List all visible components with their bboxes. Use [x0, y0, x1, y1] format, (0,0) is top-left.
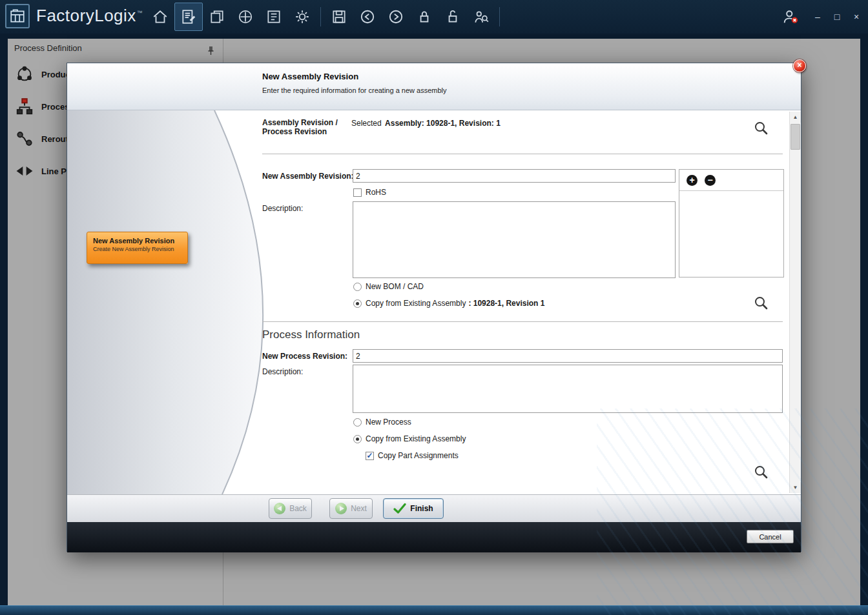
templates-button[interactable]	[203, 3, 231, 31]
reports-icon	[265, 8, 282, 25]
sidebar-item-label: Line Pr	[41, 166, 70, 176]
scroll-up-icon[interactable]: ▲	[790, 112, 801, 123]
user-session-button[interactable]	[776, 3, 805, 31]
home-button[interactable]	[146, 3, 174, 31]
dialog-title: New Assembly Revision	[262, 72, 358, 81]
back-arrow-icon	[274, 503, 285, 514]
main-toolbar	[146, 3, 504, 31]
new-process-revision-label: New Process Revision:	[262, 352, 347, 361]
app-name-text: FactoryLogix	[36, 6, 136, 25]
copy-existing-assembly-radio-row[interactable]: Copy from Existing Assembly : 10928-1, R…	[353, 299, 544, 308]
close-window-button[interactable]: ×	[850, 0, 863, 34]
scroll-down-icon[interactable]: ▼	[790, 482, 801, 493]
new-process-revision-input[interactable]	[353, 349, 783, 363]
dialog-subtitle: Enter the required information for creat…	[262, 86, 447, 94]
new-process-radio[interactable]	[353, 418, 362, 427]
close-icon: ×	[797, 61, 801, 70]
unlock-button[interactable]	[439, 3, 467, 31]
user-search-button[interactable]	[467, 3, 495, 31]
lock-button[interactable]	[410, 3, 439, 31]
titlebar-right: – □ ×	[776, 0, 863, 34]
rohs-label: RoHS	[366, 188, 386, 197]
maximize-button[interactable]: □	[831, 0, 843, 34]
toolbar-separator	[320, 7, 321, 26]
window-bottom-edge	[0, 605, 868, 615]
new-process-radio-row[interactable]: New Process	[353, 418, 411, 427]
finish-check-icon	[393, 503, 406, 514]
process-definition-button[interactable]	[174, 3, 203, 31]
process-description-textarea[interactable]	[353, 365, 783, 413]
search-assembly-icon[interactable]	[754, 121, 769, 136]
titlebar: FactoryLogix™	[0, 0, 868, 34]
minimize-button[interactable]: –	[811, 0, 824, 34]
new-bom-cad-radio[interactable]	[353, 283, 362, 291]
new-bom-cad-radio-row[interactable]: New BOM / CAD	[353, 282, 424, 291]
application-window: FactoryLogix™	[0, 0, 868, 615]
copy-process-radio-row[interactable]: Copy from Existing Assembly	[353, 434, 466, 443]
settings-icon	[294, 8, 311, 25]
copy-existing-assembly-value: : 10928-1, Revision 1	[468, 299, 544, 308]
settings-button[interactable]	[288, 3, 316, 31]
navigator-button[interactable]	[231, 3, 260, 31]
add-icon[interactable]: +	[687, 175, 698, 186]
rohs-checkbox[interactable]	[353, 188, 362, 197]
app-logo-icon	[5, 4, 30, 28]
assembly-revision-label: Assembly Revision / Process Revision	[262, 118, 338, 136]
toolbar-separator	[499, 7, 500, 26]
pin-icon[interactable]	[207, 43, 215, 63]
selected-assembly-text: Selected Assembly: 10928-1, Revision: 1	[351, 119, 501, 128]
home-icon	[152, 8, 169, 25]
save-button[interactable]	[325, 3, 353, 31]
panel-header: Process Definition	[8, 39, 223, 58]
wizard-back-button[interactable]: Back	[269, 498, 312, 519]
wizard-finish-button[interactable]: Finish	[383, 498, 444, 519]
navigator-icon	[237, 8, 254, 25]
copy-part-assignments-row[interactable]: ✓ Copy Part Assignments	[366, 451, 459, 460]
search-copy-assembly-icon[interactable]	[754, 296, 769, 311]
reroute-icon	[14, 128, 36, 150]
process-information-heading: Process Information	[262, 328, 360, 341]
wizard-side-panel	[67, 110, 326, 494]
cancel-button[interactable]: Cancel	[747, 530, 794, 543]
sidebar-item-label: Proces	[41, 102, 69, 112]
processes-icon	[14, 96, 36, 117]
assembly-list-toolbar: + −	[679, 170, 783, 191]
description-label: Description:	[262, 204, 303, 213]
process-description-label: Description:	[262, 367, 303, 376]
scrollbar-thumb[interactable]	[790, 124, 800, 150]
forward-icon	[388, 8, 404, 25]
templates-icon	[209, 8, 225, 25]
new-bom-cad-label: New BOM / CAD	[366, 282, 424, 291]
trademark: ™	[137, 10, 143, 16]
section-divider	[262, 321, 783, 322]
vertical-scrollbar[interactable]: ▲ ▼	[789, 112, 800, 493]
app-name: FactoryLogix™	[36, 6, 143, 26]
back-button[interactable]	[353, 3, 382, 31]
wizard-next-button[interactable]: Next	[329, 498, 373, 519]
wizard-step-current: New Assembly Revision Create New Assembl…	[87, 232, 188, 264]
new-assembly-revision-label: New Assembly Revision:	[262, 172, 354, 181]
copy-part-assignments-checkbox[interactable]: ✓	[366, 452, 374, 460]
section-divider	[262, 154, 783, 154]
copy-existing-assembly-radio[interactable]	[353, 299, 362, 308]
dialog-body: New Assembly Revision Create New Assembl…	[67, 110, 801, 494]
process-definition-icon	[180, 8, 197, 25]
wizard-step-subtitle: Create New Assembly Revision	[87, 246, 187, 252]
products-icon	[14, 63, 36, 85]
new-process-label: New Process	[366, 418, 411, 427]
lock-icon	[416, 8, 433, 25]
search-process-icon[interactable]	[754, 465, 769, 480]
dialog-close-button[interactable]: ×	[793, 59, 806, 72]
remove-icon[interactable]: −	[705, 175, 716, 186]
rohs-checkbox-row[interactable]: RoHS	[353, 188, 386, 197]
new-assembly-revision-input[interactable]	[353, 169, 676, 183]
dialog-footer: Cancel	[67, 522, 801, 552]
assembly-description-textarea[interactable]	[353, 201, 676, 278]
forward-button[interactable]	[382, 3, 410, 31]
reports-button[interactable]	[260, 3, 288, 31]
save-icon	[331, 8, 347, 25]
copy-process-radio[interactable]	[353, 435, 362, 443]
panel-title: Process Definition	[14, 43, 82, 53]
unlock-icon	[444, 8, 461, 25]
copy-existing-assembly-label: Copy from Existing Assembly	[366, 299, 466, 308]
